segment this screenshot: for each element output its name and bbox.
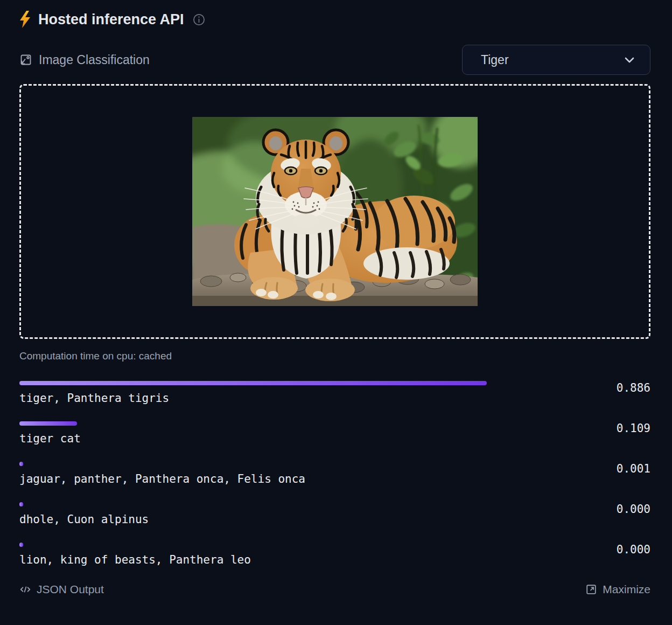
page-title: Hosted inference API [38, 11, 184, 28]
task-type-label: Image Classification [39, 53, 150, 67]
score-bar [19, 462, 23, 466]
score-bar-track [19, 543, 547, 547]
result-row: dhole, Cuon alpinus 0.000 [19, 502, 650, 526]
score-bar-track [19, 502, 547, 506]
classification-results: tiger, Panthera tigris 0.886 tiger cat 0… [19, 381, 650, 566]
maximize-icon [585, 584, 597, 595]
result-score: 0.886 [617, 381, 650, 394]
result-score: 0.109 [617, 422, 650, 435]
result-row: lion, king of beasts, Panthera leo 0.000 [19, 543, 650, 566]
result-row: jaguar, panther, Panthera onca, Felis on… [19, 462, 650, 485]
result-row: tiger, Panthera tigris 0.886 [19, 381, 650, 405]
chevron-down-icon [623, 53, 636, 66]
score-bar [19, 543, 23, 547]
widget-footer: JSON Output Maximize [19, 583, 650, 596]
result-label: tiger, Panthera tigris [19, 392, 650, 405]
result-label: tiger cat [19, 432, 650, 445]
result-label: jaguar, panther, Panthera onca, Felis on… [19, 473, 650, 485]
result-score: 0.000 [617, 543, 650, 556]
json-output-label: JSON Output [37, 583, 104, 596]
json-output-button[interactable]: JSON Output [19, 583, 104, 596]
computation-time: Computation time on cpu: cached [19, 350, 650, 362]
image-dropzone[interactable] [19, 84, 650, 339]
score-bar [19, 502, 23, 506]
result-label: lion, king of beasts, Panthera leo [19, 553, 650, 566]
widget-header: Hosted inference API [19, 11, 650, 28]
example-select-value: Tiger [481, 53, 509, 67]
result-score: 0.001 [617, 462, 650, 475]
result-row: tiger cat 0.109 [19, 421, 650, 445]
score-bar-track [19, 381, 547, 385]
example-select[interactable]: Tiger [462, 45, 650, 75]
score-bar-track [19, 462, 547, 466]
lightning-icon [19, 11, 31, 28]
result-label: dhole, Cuon alpinus [19, 513, 650, 526]
task-type: Image Classification [19, 53, 150, 67]
maximize-button[interactable]: Maximize [585, 583, 650, 596]
task-row: Image Classification Tiger [19, 45, 650, 75]
info-icon[interactable] [193, 13, 205, 26]
result-score: 0.000 [617, 503, 650, 516]
image-classification-icon [19, 53, 32, 66]
score-bar [19, 421, 77, 426]
tiger-photo [192, 117, 478, 306]
score-bar-track [19, 421, 547, 426]
score-bar [19, 381, 487, 385]
code-icon [19, 584, 31, 595]
maximize-label: Maximize [603, 583, 650, 596]
